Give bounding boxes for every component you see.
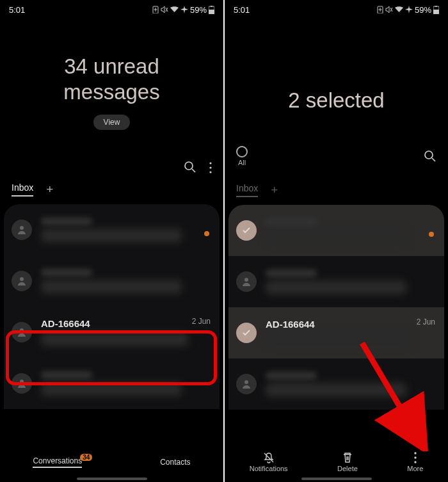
select-all-button[interactable]: All — [236, 146, 248, 166]
nav-conversations[interactable]: Conversations 34 — [33, 456, 94, 468]
conversation-item[interactable] — [228, 256, 444, 307]
unread-header: 34 unreadmessages View — [0, 18, 223, 143]
circle-icon — [236, 146, 248, 157]
message-date: 2 Jun — [417, 317, 435, 326]
selection-action-bar: Notifications Delete More — [225, 442, 448, 482]
svg-point-7 — [209, 172, 211, 173]
mute-icon — [161, 6, 168, 13]
svg-point-19 — [414, 452, 416, 454]
svg-point-16 — [425, 151, 433, 159]
person-icon — [12, 373, 32, 394]
delete-button[interactable]: Delete — [337, 452, 358, 472]
conversation-item[interactable]: AD-166644 2 Jun — [4, 307, 220, 358]
svg-point-9 — [20, 277, 24, 281]
svg-point-11 — [20, 380, 24, 383]
svg-rect-3 — [211, 6, 212, 7]
status-bar: 5:01 59% — [225, 0, 448, 18]
svg-point-4 — [185, 162, 193, 170]
nav-contacts[interactable]: Contacts — [160, 458, 190, 467]
message-date: 2 Jun — [192, 317, 211, 326]
notifications-button[interactable]: Notifications — [250, 452, 288, 472]
search-icon[interactable] — [184, 161, 196, 173]
person-icon — [12, 220, 32, 240]
conversation-list[interactable]: AD-166644 2 Jun — [4, 204, 220, 409]
view-button[interactable]: View — [93, 115, 131, 130]
battery-icon — [433, 6, 439, 14]
gesture-handle[interactable] — [77, 478, 147, 480]
phone-right: 5:01 59% 2 selected All Inbox + — [225, 0, 448, 482]
conversation-item[interactable] — [4, 204, 220, 255]
wifi-icon — [170, 6, 179, 13]
conversation-item[interactable] — [4, 255, 220, 307]
conversation-item[interactable]: AD-166644 2 Jun — [228, 307, 444, 358]
bottom-nav: Conversations 34 Contacts — [0, 442, 223, 482]
checkmark-icon — [236, 220, 257, 241]
status-bar: 5:01 59% — [0, 0, 223, 18]
person-icon — [236, 271, 257, 292]
battery-saver-icon — [152, 6, 159, 13]
airplane-icon — [180, 6, 188, 13]
battery-pct: 59% — [190, 5, 207, 15]
clock: 5:01 — [9, 5, 25, 15]
category-tabs: Inbox + — [225, 174, 448, 204]
airplane-icon — [405, 6, 413, 13]
svg-point-5 — [209, 163, 211, 165]
svg-rect-15 — [435, 6, 437, 7]
add-category-icon: + — [271, 183, 278, 197]
svg-point-21 — [414, 461, 416, 463]
battery-icon — [209, 6, 214, 14]
sender-name: AD-166644 — [41, 318, 212, 329]
tab-inbox[interactable]: Inbox — [12, 182, 33, 197]
svg-point-10 — [20, 328, 24, 332]
tab-inbox: Inbox — [236, 183, 258, 197]
add-category-icon[interactable]: + — [46, 182, 53, 197]
person-icon — [12, 322, 32, 342]
toolbar — [0, 143, 223, 173]
more-icon[interactable] — [209, 162, 212, 173]
conversation-item[interactable] — [228, 205, 444, 256]
selection-count: 2 selected — [225, 88, 448, 113]
status-icons: 59% — [152, 5, 214, 15]
search-icon[interactable] — [424, 150, 436, 163]
svg-rect-14 — [433, 10, 439, 14]
battery-pct: 59% — [415, 5, 431, 15]
toolbar: All — [225, 138, 448, 174]
svg-point-8 — [20, 226, 24, 230]
battery-saver-icon — [377, 6, 383, 13]
status-icons: 59% — [377, 5, 439, 15]
svg-point-20 — [414, 456, 416, 458]
conversation-list[interactable]: AD-166644 2 Jun — [228, 205, 444, 410]
svg-rect-2 — [209, 10, 214, 14]
conversation-item[interactable] — [4, 358, 220, 409]
clock: 5:01 — [234, 5, 250, 15]
svg-point-18 — [244, 380, 248, 384]
gesture-handle[interactable] — [301, 478, 372, 480]
more-button[interactable]: More — [407, 452, 423, 472]
checkmark-icon — [236, 323, 257, 343]
phone-left: 5:01 59% 34 unreadmessages View Inbox + — [0, 0, 223, 482]
wifi-icon — [395, 6, 403, 13]
bell-off-icon — [263, 452, 275, 463]
unread-badge: 34 — [80, 454, 92, 461]
mute-icon — [385, 6, 393, 13]
category-tabs: Inbox + — [0, 173, 223, 203]
person-icon — [12, 271, 32, 291]
more-vert-icon — [414, 452, 417, 463]
unread-dot-icon — [429, 232, 434, 237]
conversation-item[interactable] — [228, 358, 444, 410]
svg-point-6 — [209, 167, 211, 169]
svg-point-17 — [244, 278, 248, 282]
trash-icon — [342, 452, 353, 463]
selection-header: 2 selected — [225, 18, 448, 138]
person-icon — [236, 374, 257, 394]
sender-name: AD-166644 — [266, 319, 436, 330]
